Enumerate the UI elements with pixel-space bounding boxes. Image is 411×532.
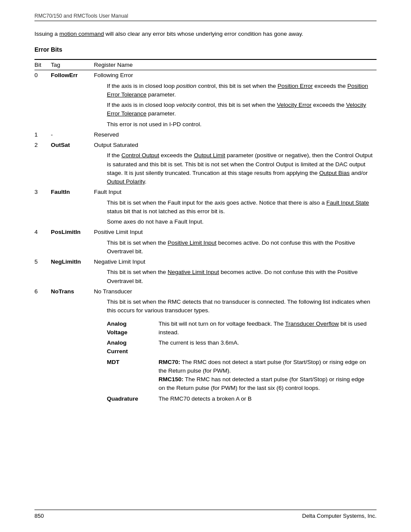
desc-mixed-cell: This bit is set when the Negative Limit … <box>94 267 377 286</box>
bit-cell: 5 <box>34 257 51 267</box>
tag-cell: PosLimitIn <box>51 227 94 237</box>
desc-mixed-cell: This bit is set when the Fault input for… <box>94 198 377 217</box>
col-header-bit: Bit <box>34 59 51 70</box>
desc-row: If the axis is in closed loop position c… <box>34 81 377 100</box>
desc-row: This bit is set when the Negative Limit … <box>34 267 377 286</box>
nested-label-cell: AnalogCurrent <box>107 338 159 357</box>
nested-desc-cell: This bit will not turn on for voltage fe… <box>159 319 374 338</box>
register-name-cell: Fault Input <box>94 187 377 197</box>
nested-label-cell: MDT <box>107 357 159 394</box>
desc-text-cell: This bit is set when the RMC detects tha… <box>94 297 377 316</box>
header-title: RMC70/150 and RMCTools User Manual <box>34 13 128 19</box>
intro-paragraph: Issuing a motion command will also clear… <box>34 30 377 38</box>
bit-cell: 1 <box>34 130 51 140</box>
bit-cell: 2 <box>34 140 51 150</box>
desc-row: This bit is set when the Fault input for… <box>34 198 377 217</box>
col-header-tag: Tag <box>51 59 94 70</box>
company-name: Delta Computer Systems, Inc. <box>302 513 377 519</box>
bit-cell: 3 <box>34 187 51 197</box>
tag-cell: FaultIn <box>51 187 94 197</box>
desc-text-cell: Some axes do not have a Fault Input. <box>94 217 377 227</box>
bit-cell: 0 <box>34 70 51 81</box>
desc-row: If the Control Output exceeds the Output… <box>34 150 377 187</box>
register-name-cell: No Transducer <box>94 286 377 297</box>
nested-label-cell: AnalogVoltage <box>107 319 159 338</box>
motion-command-link[interactable]: motion command <box>59 31 104 37</box>
table-row: 2OutSatOutput Saturated <box>34 140 377 150</box>
nested-table-cell: AnalogVoltageThis bit will not turn on f… <box>94 316 377 405</box>
error-bits-heading: Error Bits <box>34 46 377 53</box>
table-header-row: Bit Tag Register Name <box>34 59 377 70</box>
tag-cell: NegLimitIn <box>51 257 94 267</box>
page: RMC70/150 and RMCTools User Manual Issui… <box>0 0 411 532</box>
nested-desc-cell: RMC70: The RMC does not detect a start p… <box>159 357 374 394</box>
tag-cell: NoTrans <box>51 286 94 297</box>
table-row: 0FollowErrFollowing Error <box>34 70 377 81</box>
register-name-cell: Output Saturated <box>94 140 377 150</box>
desc-mixed-cell: If the axis is in closed loop position c… <box>94 81 377 100</box>
nested-table-row: MDTRMC70: The RMC does not detect a star… <box>107 357 374 394</box>
intro-after-link: will also clear any error bits whose und… <box>104 31 303 37</box>
register-name-cell: Positive Limit Input <box>94 227 377 237</box>
desc-row: AnalogVoltageThis bit will not turn on f… <box>34 316 377 405</box>
nested-desc-cell: The current is less than 3.6mA. <box>159 338 374 357</box>
desc-text-cell: This error is not used in I-PD control. <box>94 119 377 130</box>
intro-before-link: Issuing a <box>34 31 59 37</box>
nested-table-row: QuadratureThe RMC70 detects a broken A o… <box>107 394 374 404</box>
page-footer: 850 Delta Computer Systems, Inc. <box>34 510 377 519</box>
page-header: RMC70/150 and RMCTools User Manual <box>34 13 377 21</box>
nested-desc-cell: The RMC70 detects a broken A or B <box>159 394 374 404</box>
col-header-name: Register Name <box>94 59 377 70</box>
page-number: 850 <box>34 513 44 519</box>
desc-row: If the axis is in closed loop velocity c… <box>34 100 377 119</box>
table-row: 4PosLimitInPositive Limit Input <box>34 227 377 237</box>
table-row: 6NoTransNo Transducer <box>34 286 377 297</box>
desc-row: This bit is set when the RMC detects tha… <box>34 297 377 316</box>
register-name-cell: Following Error <box>94 70 377 81</box>
desc-mixed-cell: If the Control Output exceeds the Output… <box>94 150 377 187</box>
nested-table-row: AnalogVoltageThis bit will not turn on f… <box>107 319 374 338</box>
analog-type-table: AnalogVoltageThis bit will not turn on f… <box>107 319 374 404</box>
register-name-cell: Negative Limit Input <box>94 257 377 267</box>
error-bits-table: Bit Tag Register Name 0FollowErrFollowin… <box>34 59 377 405</box>
desc-mixed-cell: This bit is set when the Positive Limit … <box>94 238 377 257</box>
table-row: 3FaultInFault Input <box>34 187 377 197</box>
desc-row: This error is not used in I-PD control. <box>34 119 377 130</box>
table-row: 5NegLimitInNegative Limit Input <box>34 257 377 267</box>
bit-cell: 6 <box>34 286 51 297</box>
desc-mixed-cell: If the axis is in closed loop velocity c… <box>94 100 377 119</box>
bit-cell: 4 <box>34 227 51 237</box>
register-name-cell: Reserved <box>94 130 377 140</box>
tag-cell: OutSat <box>51 140 94 150</box>
table-row: 1-Reserved <box>34 130 377 140</box>
tag-cell: - <box>51 130 94 140</box>
desc-row: Some axes do not have a Fault Input. <box>34 217 377 227</box>
tag-cell: FollowErr <box>51 70 94 81</box>
nested-label-cell: Quadrature <box>107 394 159 404</box>
desc-row: This bit is set when the Positive Limit … <box>34 238 377 257</box>
nested-table-row: AnalogCurrentThe current is less than 3.… <box>107 338 374 357</box>
